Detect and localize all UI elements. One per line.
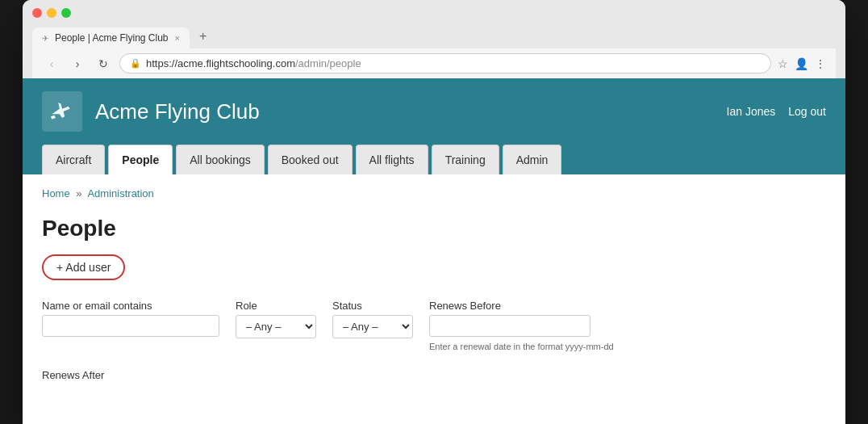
address-bar[interactable]: 🔒 https://acme.flightschooling.com/admin…	[119, 53, 771, 73]
main-content: Home » Administration People + Add user …	[23, 174, 845, 424]
section-bottom: Renews After	[42, 367, 826, 382]
reload-button[interactable]: ↻	[94, 54, 113, 73]
nav-tab-admin[interactable]: Admin	[503, 145, 562, 174]
lock-icon: 🔒	[130, 58, 141, 69]
page-content: Acme Flying Club Ian Jones Log out Aircr…	[23, 78, 845, 424]
url-text: https://acme.flightschooling.com/admin/p…	[146, 57, 361, 69]
site-header: Acme Flying Club Ian Jones Log out	[23, 78, 845, 145]
maximize-button[interactable]	[61, 8, 71, 18]
back-button[interactable]: ‹	[42, 54, 61, 73]
filter-status: Status – Any –	[332, 300, 413, 338]
filter-renews-before: Renews Before Enter a renewal date in th…	[429, 300, 826, 351]
nav-tab-aircraft[interactable]: Aircraft	[42, 145, 105, 174]
tab-bar: ✈ People | Acme Flying Club × +	[32, 24, 836, 48]
filter-role: Role – Any –	[236, 300, 316, 338]
header-user: Ian Jones Log out	[727, 105, 826, 118]
tab-favicon-icon: ✈	[42, 34, 48, 43]
tab-close-icon[interactable]: ×	[175, 33, 180, 43]
renews-before-label: Renews Before	[429, 300, 826, 312]
bookmark-icon[interactable]: ☆	[778, 57, 788, 70]
browser-tab[interactable]: ✈ People | Acme Flying Club ×	[32, 27, 190, 48]
nav-tab-people[interactable]: People	[108, 145, 173, 174]
status-label: Status	[332, 300, 413, 312]
nav-tab-all-flights[interactable]: All flights	[356, 145, 428, 174]
address-bar-row: ‹ › ↻ 🔒 https://acme.flightschooling.com…	[32, 48, 836, 78]
breadcrumb-home[interactable]: Home	[42, 187, 70, 199]
name-email-input[interactable]	[42, 315, 219, 337]
status-select[interactable]: – Any –	[332, 315, 413, 338]
browser-chrome: ✈ People | Acme Flying Club × + ‹ › ↻ 🔒 …	[23, 0, 845, 78]
url-base: https://acme.flightschooling.com	[146, 57, 295, 69]
browser-window: ✈ People | Acme Flying Club × + ‹ › ↻ 🔒 …	[23, 0, 845, 424]
address-bar-right: ☆ 👤 ⋮	[778, 57, 826, 70]
page-title: People	[42, 216, 826, 241]
user-name: Ian Jones	[727, 105, 776, 118]
nav-tab-all-bookings[interactable]: All bookings	[176, 145, 265, 174]
breadcrumb-separator: »	[76, 187, 81, 199]
logo-plane-icon	[42, 91, 82, 132]
filter-name-email: Name or email contains	[42, 300, 219, 337]
minimize-button[interactable]	[47, 8, 56, 18]
close-button[interactable]	[32, 8, 42, 18]
renews-before-hint: Enter a renewal date in the format yyyy-…	[429, 342, 826, 351]
renews-before-input[interactable]	[429, 315, 590, 337]
logout-link[interactable]: Log out	[788, 105, 826, 118]
renews-after-label: Renews After	[42, 369, 104, 381]
role-label: Role	[236, 300, 316, 312]
site-title: Acme Flying Club	[95, 99, 260, 124]
add-user-button[interactable]: + Add user	[42, 254, 125, 280]
breadcrumb: Home » Administration	[42, 187, 826, 199]
nav-tab-booked-out[interactable]: Booked out	[268, 145, 353, 174]
menu-icon[interactable]: ⋮	[815, 57, 826, 70]
role-select[interactable]: – Any –	[236, 315, 316, 338]
traffic-lights	[32, 8, 836, 18]
site-nav: Aircraft People All bookings Booked out …	[23, 145, 845, 174]
filter-form: Name or email contains Role – Any – Stat…	[42, 300, 826, 351]
nav-tab-training[interactable]: Training	[432, 145, 499, 174]
url-path: /admin/people	[295, 57, 361, 69]
user-account-icon[interactable]: 👤	[795, 57, 808, 70]
new-tab-button[interactable]: +	[191, 24, 215, 48]
forward-button[interactable]: ›	[68, 54, 87, 73]
name-email-label: Name or email contains	[42, 300, 219, 312]
site-logo: Acme Flying Club	[42, 91, 260, 132]
tab-title: People | Acme Flying Club	[55, 32, 169, 44]
breadcrumb-current[interactable]: Administration	[87, 187, 153, 199]
